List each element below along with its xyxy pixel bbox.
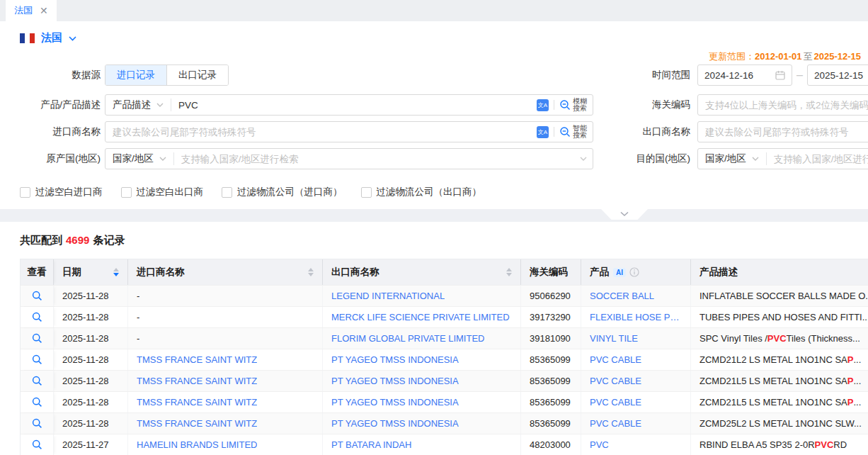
chevron-down-icon	[752, 157, 759, 161]
importer-link[interactable]: TMSS FRANCE SAINT WITZ	[137, 397, 257, 408]
product-link[interactable]: SOCCER BALL	[590, 291, 654, 301]
importer-input[interactable]	[105, 127, 537, 137]
product-link[interactable]: PVC	[590, 439, 609, 450]
fuzzy-search-label: 模糊搜索	[573, 98, 587, 112]
import-records-button[interactable]: 进口记录	[105, 65, 166, 85]
product-link[interactable]: PVC CABLE	[590, 397, 641, 408]
product-link[interactable]: PVC CABLE	[590, 354, 641, 365]
close-icon[interactable]: ✕	[40, 6, 48, 16]
view-record-button[interactable]	[32, 397, 42, 408]
destination-country-input[interactable]	[767, 154, 868, 164]
sort-icon[interactable]	[108, 268, 119, 276]
exporter-link[interactable]: PT YAGEO TMSS INDONESIA	[331, 397, 459, 408]
cell-description: TUBES PIPES AND HOSES AND FITTI...	[691, 307, 868, 327]
exporter-box	[697, 121, 868, 142]
product-link[interactable]: PVC CABLE	[590, 418, 641, 429]
checkbox-filter-logistics-importer[interactable]: 过滤物流公司（进口商）	[222, 186, 343, 198]
destination-country-box: 国家/地区	[697, 148, 868, 169]
chevron-down-icon[interactable]	[580, 157, 587, 161]
smart-search-toggle[interactable]: 智能搜索	[559, 125, 587, 139]
destination-country-select-value: 国家/地区	[705, 152, 746, 165]
tab-france[interactable]: 法国 ✕	[6, 0, 57, 21]
checkbox-filter-blank-importer[interactable]: 过滤空白进口商	[20, 186, 103, 198]
exporter-link[interactable]: PT YAGEO TMSS INDONESIA	[331, 418, 459, 429]
translate-icon[interactable]: 文A	[537, 99, 549, 111]
fuzzy-search-toggle[interactable]: 模糊搜索	[559, 98, 587, 112]
tab-label: 法国	[14, 4, 33, 17]
cell-description: SPC Vinyl Tiles / PVC Tiles (Thickness..…	[691, 328, 868, 349]
origin-country-select-value: 国家/地区	[113, 152, 154, 165]
product-link[interactable]: FLEXIBLE HOSE PVC	[590, 312, 682, 322]
collapse-filter-button[interactable]	[601, 209, 648, 220]
view-record-button[interactable]	[32, 418, 42, 429]
origin-country-select[interactable]: 国家/地区	[105, 152, 173, 165]
origin-country-label: 原产国(地区)	[0, 152, 105, 165]
view-record-button[interactable]	[32, 291, 42, 301]
checkbox-icon[interactable]	[222, 187, 232, 198]
importer-link[interactable]: TMSS FRANCE SAINT WITZ	[137, 418, 257, 429]
results-table: 查看 日期 进口商名称 出口商名称 海关编码 产品 AI	[20, 259, 868, 455]
date-start-input[interactable]: 2024-12-16	[697, 64, 792, 86]
importer-link[interactable]: HAMELIN BRANDS LIMITED	[137, 439, 257, 450]
country-name[interactable]: 法国	[41, 31, 62, 45]
checkbox-icon[interactable]	[361, 187, 372, 198]
view-record-button[interactable]	[32, 333, 42, 344]
origin-country-input[interactable]	[174, 154, 580, 164]
view-record-button[interactable]	[32, 312, 42, 322]
product-input[interactable]	[171, 100, 537, 111]
cell-date: 2025-11-28	[54, 286, 128, 306]
product-link[interactable]: VINYL TILE	[590, 333, 638, 344]
table-row: 2025-11-28 - LEGEND INTERNATIONAL 950662…	[21, 285, 868, 306]
header-exporter[interactable]: 出口商名称	[323, 259, 521, 285]
chevron-down-icon[interactable]	[69, 36, 76, 41]
chevron-down-icon	[620, 211, 629, 217]
filter-panel: 更新范围：2012-01-01至2025-12-15 数据源 进口记录 出口记录…	[0, 49, 868, 209]
checkbox-icon[interactable]	[20, 187, 30, 198]
product-field-select-value: 产品描述	[113, 99, 151, 111]
header-date[interactable]: 日期	[54, 259, 128, 285]
exporter-link[interactable]: PT YAGEO TMSS INDONESIA	[331, 354, 459, 365]
header-importer[interactable]: 进口商名称	[128, 259, 323, 285]
export-records-button[interactable]: 出口记录	[166, 65, 228, 85]
results-summary: 共匹配到4699条记录	[20, 234, 868, 247]
cell-hs-code: 95066290	[521, 286, 581, 306]
view-record-button[interactable]	[32, 354, 42, 365]
exporter-link[interactable]: LEGEND INTERNATIONAL	[331, 291, 445, 301]
france-flag-icon	[20, 33, 35, 43]
sort-icon[interactable]	[302, 268, 314, 276]
exporter-input[interactable]	[698, 127, 868, 137]
product-link[interactable]: PVC CABLE	[590, 376, 641, 386]
cell-hs-code: 85365099	[521, 371, 581, 391]
collapse-band	[0, 209, 868, 222]
hs-code-input[interactable]	[698, 100, 868, 111]
hs-code-box	[697, 94, 868, 116]
checkbox-icon[interactable]	[121, 187, 132, 198]
importer-link[interactable]: TMSS FRANCE SAINT WITZ	[137, 376, 257, 386]
exporter-link[interactable]: MERCK LIFE SCIENCE PRIVATE LIMITED	[331, 312, 510, 322]
info-circle-icon[interactable]	[629, 267, 639, 277]
update-range-end: 2025-12-15	[814, 51, 862, 62]
hs-code-label: 海关编码	[593, 99, 697, 111]
checkbox-filter-blank-exporter[interactable]: 过滤空白出口商	[121, 186, 204, 198]
cell-hs-code: 39173290	[521, 307, 581, 327]
checkbox-filter-logistics-exporter[interactable]: 过滤物流公司（出口商）	[361, 186, 482, 198]
view-record-button[interactable]	[32, 376, 42, 386]
checkbox-label: 过滤空白出口商	[137, 186, 204, 198]
magnifier-minus-icon	[559, 99, 571, 111]
exporter-link[interactable]: FLORIM GLOBAL PRIVATE LIMITED	[331, 333, 484, 344]
product-field-select[interactable]: 产品描述	[105, 99, 171, 111]
translate-icon[interactable]: 文A	[537, 126, 549, 138]
view-record-button[interactable]	[32, 439, 42, 450]
cell-description: ZCMD25L2 LS METAL 1NO1NC SLW...	[691, 413, 868, 434]
cell-date: 2025-11-28	[54, 413, 128, 434]
exporter-link[interactable]: PT BATARA INDAH	[331, 439, 411, 450]
chevron-down-icon	[156, 103, 164, 107]
cell-description: ZCMD21L5 LS METAL 1NO1NC SA P...	[691, 392, 868, 412]
destination-country-select[interactable]: 国家/地区	[698, 152, 766, 165]
checkbox-label: 过滤物流公司（进口商）	[237, 186, 343, 198]
importer-link[interactable]: TMSS FRANCE SAINT WITZ	[137, 354, 257, 365]
sort-icon[interactable]	[501, 268, 512, 276]
table-row: 2025-11-28 - FLORIM GLOBAL PRIVATE LIMIT…	[21, 327, 868, 349]
exporter-link[interactable]: PT YAGEO TMSS INDONESIA	[331, 376, 459, 386]
date-end-input[interactable]: 2025-12-15	[807, 64, 868, 86]
